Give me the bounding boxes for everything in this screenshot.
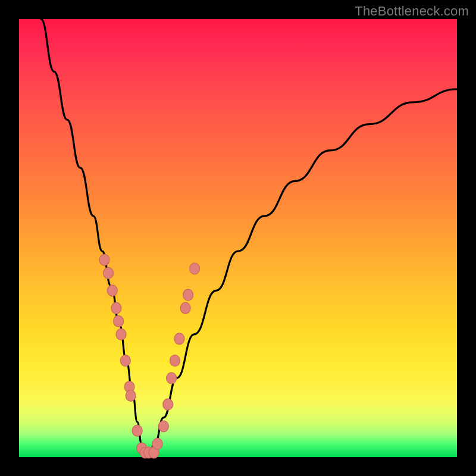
scatter-dot	[120, 355, 130, 367]
scatter-dot	[158, 421, 168, 432]
scatter-dot	[190, 263, 200, 274]
scatter-dot	[111, 302, 121, 314]
scatter-dot	[114, 315, 124, 327]
scatter-dot	[170, 355, 180, 367]
scatter-dot	[183, 289, 193, 300]
chart-frame: TheBottleneck.com	[0, 0, 476, 476]
scatter-dot	[167, 372, 177, 384]
scatter-dot	[116, 328, 126, 340]
scatter-dot	[104, 267, 114, 278]
scatter-dot	[174, 333, 184, 345]
scatter-dot	[99, 254, 109, 265]
watermark-text: TheBottleneck.com	[355, 4, 469, 19]
scatter-dot	[152, 438, 162, 449]
scatter-dot	[163, 399, 173, 410]
scatter-dot	[180, 302, 190, 314]
scatter-dot	[132, 425, 142, 436]
bottleneck-curve	[41, 19, 457, 457]
curve-svg	[19, 19, 457, 457]
plot-area	[19, 19, 457, 457]
scatter-dot	[107, 285, 117, 296]
scatter-dot	[126, 390, 136, 402]
